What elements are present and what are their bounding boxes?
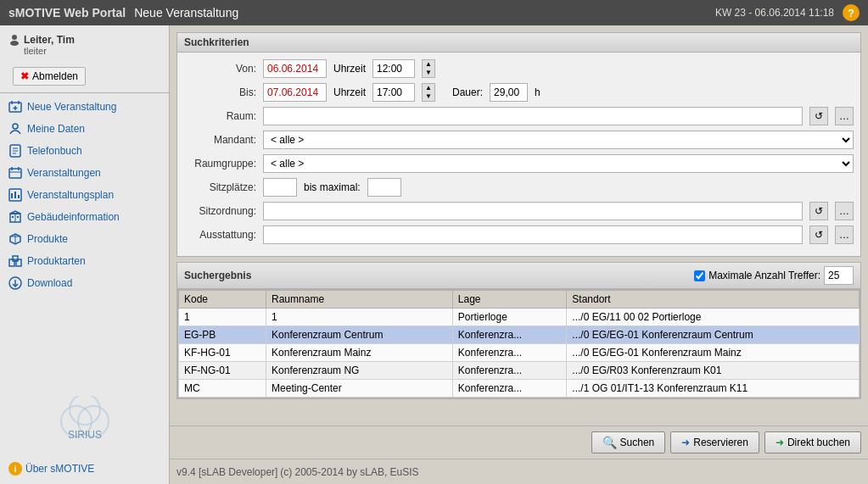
- max-hits-checkbox[interactable]: [694, 270, 705, 281]
- ausstattung-search-btn[interactable]: …: [835, 225, 854, 244]
- raumgruppe-label: Raumgruppe:: [184, 158, 256, 170]
- result-scroll-container[interactable]: Kode Raumname Lage Standort 11Portierlog…: [177, 289, 860, 398]
- cell-standort: .../0 EG/EG-01 Konferenzraum Mainz: [567, 344, 860, 362]
- about-link[interactable]: i Über sMOTIVE: [0, 458, 169, 480]
- cell-raumname: Konferenzraum NG: [266, 362, 453, 380]
- sidebar-item-download[interactable]: Download: [0, 272, 169, 294]
- dauer-unit: h: [535, 86, 540, 98]
- phone-icon: [8, 144, 22, 158]
- bis-time-input[interactable]: [372, 83, 415, 102]
- sidebar-item-veranstaltungsplan[interactable]: Veranstaltungsplan: [0, 184, 169, 206]
- result-options: Maximale Anzahl Treffer:: [694, 266, 854, 285]
- reserve-arrow-icon: ➜: [681, 437, 690, 448]
- von-time-down[interactable]: ▼: [423, 69, 434, 77]
- col-standort: Standort: [567, 291, 860, 309]
- von-time-up[interactable]: ▲: [423, 60, 434, 69]
- ausstattung-reset-btn[interactable]: ↺: [809, 225, 828, 244]
- sitzordnung-reset-btn[interactable]: ↺: [809, 202, 828, 220]
- sitzplaetze-max-input[interactable]: [367, 178, 401, 197]
- sirius-logo-graphic: SIRIUS: [55, 396, 115, 442]
- search-button[interactable]: 🔍 Suchen: [591, 431, 666, 453]
- table-row[interactable]: EG-PBKonferenzraum CentrumKonferenzra...…: [179, 326, 860, 344]
- user-name: Leiter, Tim: [24, 34, 75, 46]
- svg-point-35: [70, 396, 100, 425]
- reserve-button[interactable]: ➜ Reservieren: [670, 431, 759, 453]
- user-data-icon: [8, 122, 22, 136]
- direct-book-button[interactable]: ➜ Direkt buchen: [764, 431, 861, 453]
- datetime-display: KW 23 - 06.06.2014 11:18: [715, 7, 834, 19]
- svg-rect-29: [16, 259, 21, 266]
- bis-time-spinner[interactable]: ▲ ▼: [422, 83, 435, 102]
- reserve-button-label: Reservieren: [693, 437, 748, 448]
- cell-standort: .../1 OG 01/IT1-13 Konferenzraum K11: [567, 380, 860, 398]
- von-time-spinner[interactable]: ▲ ▼: [422, 59, 435, 78]
- svg-text:SIRIUS: SIRIUS: [67, 429, 101, 441]
- cell-lage: Konferenzra...: [452, 380, 567, 398]
- raum-label: Raum:: [184, 110, 256, 122]
- sidebar-label-meine-daten: Meine Daten: [27, 123, 85, 135]
- about-label: Über sMOTIVE: [25, 463, 94, 475]
- download-icon: [8, 276, 22, 290]
- bis-label: Bis:: [184, 86, 256, 98]
- bis-maximal-label: bis maximal:: [304, 181, 361, 193]
- boxes-icon: [8, 254, 22, 268]
- page-title: Neue Veranstaltung: [134, 6, 238, 19]
- sidebar: Leiter, Tim tleiter ✖ Abmelden Neue Vera…: [0, 25, 170, 484]
- bis-time-down[interactable]: ▼: [423, 92, 434, 101]
- direct-book-button-label: Direkt buchen: [787, 437, 850, 448]
- sidebar-item-telefonbuch[interactable]: Telefonbuch: [0, 140, 169, 162]
- cell-kode: KF-NG-01: [179, 362, 266, 380]
- table-row[interactable]: KF-HG-01Konferenzraum MainzKonferenzra..…: [179, 344, 860, 362]
- bis-date-input[interactable]: [263, 83, 327, 102]
- sidebar-item-produktarten[interactable]: Produktarten: [0, 250, 169, 272]
- raum-search-btn[interactable]: …: [835, 107, 854, 125]
- cell-kode: 1: [179, 309, 266, 326]
- sidebar-label-produkte: Produkte: [27, 233, 68, 245]
- sidebar-item-produkte[interactable]: Produkte: [0, 228, 169, 250]
- raum-input[interactable]: [263, 107, 803, 125]
- search-criteria-title: Suchkriterien: [177, 33, 860, 53]
- sitzplaetze-row: Sitzplätze: bis maximal:: [184, 178, 854, 197]
- content-wrapper: Suchkriterien Von: Uhrzeit ▲ ▼: [170, 25, 868, 484]
- dauer-input[interactable]: [490, 83, 528, 102]
- raum-reset-btn[interactable]: ↺: [809, 107, 828, 125]
- sitzordnung-input[interactable]: [263, 202, 803, 220]
- sidebar-label-gebaeudeinfo: Gebäudeinformation: [27, 211, 120, 223]
- logout-x-icon: ✖: [20, 70, 29, 82]
- content: Suchkriterien Von: Uhrzeit ▲ ▼: [170, 25, 868, 426]
- logout-button[interactable]: ✖ Abmelden: [13, 67, 86, 86]
- cell-standort: .../0 EG/EG-01 Konferenzraum Centrum: [567, 326, 860, 344]
- svg-rect-23: [17, 216, 19, 218]
- table-row[interactable]: 11Portierloge.../0 EG/11 00 02 Portierlo…: [179, 309, 860, 326]
- footer-version: v9.4 [sLAB Developer]: [176, 466, 277, 478]
- raumgruppe-select[interactable]: < alle >: [263, 154, 854, 173]
- search-binoculars-icon: 🔍: [602, 436, 617, 449]
- max-hits-label: Maximale Anzahl Treffer:: [708, 270, 820, 281]
- von-row: Von: Uhrzeit ▲ ▼: [184, 59, 854, 78]
- help-button[interactable]: ?: [843, 4, 860, 21]
- sidebar-item-veranstaltungen[interactable]: Veranstaltungen: [0, 162, 169, 184]
- mandant-label: Mandant:: [184, 134, 256, 146]
- sitzordnung-search-btn[interactable]: …: [835, 202, 854, 220]
- mandant-select[interactable]: < alle >: [263, 131, 854, 149]
- sitzplaetze-min-input[interactable]: [263, 178, 297, 197]
- bis-time-up[interactable]: ▲: [423, 84, 434, 92]
- about-icon: i: [8, 462, 22, 476]
- col-kode: Kode: [179, 291, 266, 309]
- table-row[interactable]: KF-NG-01Konferenzraum NGKonferenzra.....…: [179, 362, 860, 380]
- cell-kode: KF-HG-01: [179, 344, 266, 362]
- sidebar-item-neue-veranstaltung[interactable]: Neue Veranstaltung: [0, 96, 169, 118]
- cell-raumname: Konferenzraum Mainz: [266, 344, 453, 362]
- von-date-input[interactable]: [263, 59, 327, 78]
- result-title: Suchergebnis: [184, 270, 251, 281]
- max-hits-input[interactable]: [824, 266, 854, 285]
- sidebar-item-gebaeudeinfo[interactable]: Gebäudeinformation: [0, 206, 169, 228]
- header: sMOTIVE Web Portal Neue Veranstaltung KW…: [0, 0, 868, 25]
- sidebar-item-meine-daten[interactable]: Meine Daten: [0, 118, 169, 140]
- von-time-input[interactable]: [372, 59, 415, 78]
- calendar-add-icon: [8, 100, 22, 114]
- ausstattung-input[interactable]: [263, 225, 803, 244]
- user-login: tleiter: [8, 46, 160, 56]
- bis-uhrzeit-label: Uhrzeit: [333, 86, 366, 98]
- table-row[interactable]: MCMeeting-CenterKonferenzra....../1 OG 0…: [179, 380, 860, 398]
